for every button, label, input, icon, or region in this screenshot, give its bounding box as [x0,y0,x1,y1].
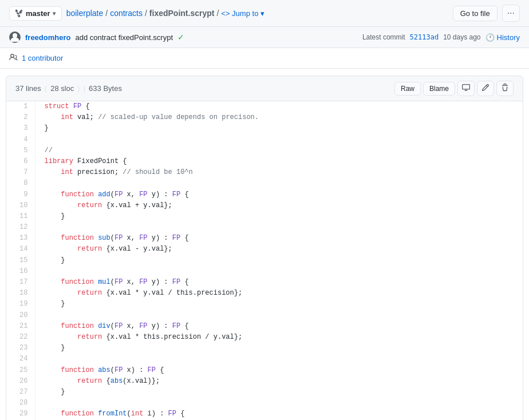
line-number[interactable]: 17 [6,277,35,288]
line-number[interactable]: 11 [6,211,35,222]
line-code: } [35,387,523,398]
line-number[interactable]: 18 [6,288,35,299]
table-row: 6 library FixedPoint { [6,156,523,167]
line-number[interactable]: 7 [6,167,35,178]
table-row: 27 } [6,387,523,398]
breadcrumb-filename: fixedPoint.scrypt [149,9,215,18]
code-table: 1 struct FP { 2 int val; // scaled-up va… [6,101,523,420]
table-row: 4 [6,134,523,145]
line-code: } [35,299,523,310]
line-number[interactable]: 23 [6,343,35,354]
line-number[interactable]: 1 [6,101,35,112]
line-code [35,398,523,409]
table-row: 20 [6,310,523,321]
raw-button[interactable]: Raw [394,82,421,96]
line-code: } [35,255,523,266]
table-row: 26 return {abs(x.val)}; [6,376,523,387]
file-actions: Raw Blame [394,81,514,96]
line-code: function add(FP x, FP y) : FP { [35,189,523,200]
line-number[interactable]: 4 [6,134,35,145]
table-row: 5 // [6,145,523,156]
table-row: 24 [6,354,523,364]
line-number[interactable]: 5 [6,145,35,156]
svg-point-0 [13,33,17,38]
line-number[interactable]: 22 [6,332,35,343]
line-number[interactable]: 15 [6,255,35,266]
commit-author[interactable]: freedomhero [25,33,70,42]
line-number[interactable]: 29 [6,409,35,419]
desktop-button[interactable] [457,81,475,96]
contributors-bar[interactable]: 1 contributor [0,48,529,69]
line-number[interactable]: 24 [6,354,35,364]
line-code: int precision; // should be 10^n [35,167,523,178]
line-code [35,222,523,233]
line-number[interactable]: 16 [6,266,35,277]
go-to-file-button[interactable]: Go to file [453,6,498,21]
line-code: int val; // scaled-up value depends on p… [35,112,523,123]
contributors-icon [9,53,18,64]
breadcrumb-contracts[interactable]: contracts [110,9,143,18]
history-label: History [497,33,520,42]
line-number[interactable]: 14 [6,244,35,255]
line-number[interactable]: 27 [6,387,35,398]
table-row: 14 return {x.val - y.val}; [6,244,523,255]
line-number[interactable]: 10 [6,200,35,211]
line-number[interactable]: 21 [6,321,35,332]
meta-sep-2: ) [77,84,80,93]
history-button[interactable]: 🕐 History [485,33,520,42]
line-code: return {x.val + y.val}; [35,200,523,211]
line-number[interactable]: 8 [6,178,35,189]
line-code: return {x.val * y.val / this.precision}; [35,288,523,299]
table-row: 16 [6,266,523,277]
line-number[interactable]: 28 [6,398,35,409]
line-code: function fromInt(int i) : FP { [35,409,523,419]
line-code: function abs(FP x) : FP { [35,365,523,376]
table-row: 25 function abs(FP x) : FP { [6,365,523,376]
line-code [35,134,523,145]
table-row: 10 return {x.val + y.val}; [6,200,523,211]
line-number[interactable]: 20 [6,310,35,321]
clock-icon: 🕐 [485,33,495,42]
more-options-button[interactable]: ··· [502,5,520,22]
jump-to[interactable]: <> Jump to ▾ [221,9,264,18]
line-number[interactable]: 6 [6,156,35,167]
table-row: 9 function add(FP x, FP y) : FP { [6,189,523,200]
git-branch-icon [15,9,23,17]
top-bar: master ▾ boilerplate / contracts / fixed… [0,0,529,27]
breadcrumb: boilerplate / contracts / fixedPoint.scr… [66,9,265,18]
line-number[interactable]: 9 [6,189,35,200]
line-number[interactable]: 26 [6,376,35,387]
commit-hash[interactable]: 52113ad [410,33,439,41]
line-code: return {x.val * this.precision / y.val}; [35,332,523,343]
line-code: } [35,343,523,354]
file-sloc: 28 sloc [50,84,74,93]
commit-time: 10 days ago [443,33,480,41]
commit-message: add contract fixedPoint.scrypt [75,33,173,42]
delete-button[interactable] [496,81,514,96]
line-code: // [35,145,523,156]
blame-button[interactable]: Blame [423,82,455,96]
breadcrumb-boilerplate[interactable]: boilerplate [66,9,104,18]
code-container: 1 struct FP { 2 int val; // scaled-up va… [6,101,523,420]
table-row: 19 } [6,299,523,310]
table-row: 11 } [6,211,523,222]
line-code [35,178,523,189]
top-bar-left: master ▾ boilerplate / contracts / fixed… [9,6,264,21]
line-number[interactable]: 12 [6,222,35,233]
table-row: 8 [6,178,523,189]
line-number[interactable]: 25 [6,365,35,376]
table-row: 1 struct FP { [6,101,523,112]
line-code [35,354,523,364]
branch-selector[interactable]: master ▾ [9,6,62,21]
line-number[interactable]: 13 [6,233,35,244]
line-code: } [35,123,523,134]
chevron-down-icon: ▾ [53,10,56,17]
edit-button[interactable] [477,81,494,96]
contributors-label: 1 contributor [22,54,63,62]
line-number[interactable]: 2 [6,112,35,123]
line-number[interactable]: 19 [6,299,35,310]
commit-right: Latest commit 52113ad 10 days ago 🕐 Hist… [362,33,520,42]
line-number[interactable]: 3 [6,123,35,134]
line-code [35,266,523,277]
table-row: 29 function fromInt(int i) : FP { [6,409,523,419]
